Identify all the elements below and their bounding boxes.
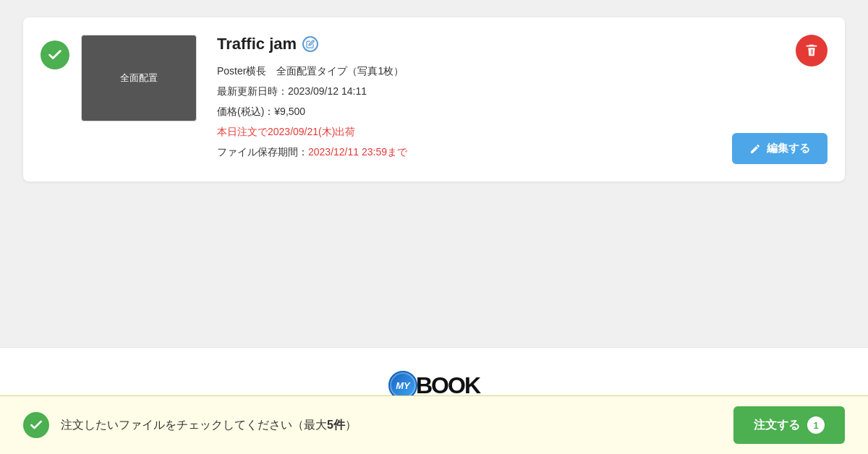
select-checkbox[interactable] <box>41 40 69 69</box>
logo-book: BOOK <box>416 372 480 399</box>
price-row: 価格(税込)：¥9,500 <box>217 101 715 121</box>
card-actions: 編集する <box>732 35 827 164</box>
file-period-value: 2023/12/11 23:59まで <box>308 146 407 158</box>
price-label: 価格(税込)： <box>217 106 274 117</box>
file-period-row: ファイル保存期間：2023/12/11 23:59まで <box>217 142 715 162</box>
product-thumbnail: 全面配置 <box>81 35 197 121</box>
message-prefix: 注文したいファイルをチェックしてください（最大 <box>61 419 327 431</box>
title-row: Traffic jam <box>217 35 715 53</box>
edit-button[interactable]: 編集する <box>732 133 827 164</box>
product-card: 全面配置 Traffic jam Poster横長 全面配置タイプ（写真1枚） … <box>23 17 845 181</box>
updated-value: 2023/09/12 14:11 <box>288 85 367 97</box>
edit-button-label: 編集する <box>767 142 810 155</box>
file-period-label: ファイル保存期間： <box>217 146 308 158</box>
delete-button[interactable] <box>796 35 827 67</box>
message-count: 5件 <box>327 419 345 431</box>
card-meta: Poster横長 全面配置タイプ（写真1枚） 最新更新日時：2023/09/12… <box>217 61 715 162</box>
order-count-badge: 1 <box>807 416 825 434</box>
order-button-label: 注文する <box>754 418 800 433</box>
thumbnail-label: 全面配置 <box>120 72 158 85</box>
bottom-check-icon <box>23 412 49 438</box>
bottom-bar: 注文したいファイルをチェックしてください（最大5件） 注文する 1 <box>0 395 868 454</box>
message-suffix: ） <box>345 419 357 431</box>
updated-label: 最新更新日時： <box>217 85 288 97</box>
title-edit-icon[interactable] <box>302 36 318 52</box>
card-info: Traffic jam Poster横長 全面配置タイプ（写真1枚） 最新更新日… <box>217 35 715 162</box>
shipping-notice: 本日注文で2023/09/21(木)出荷 <box>217 121 715 142</box>
product-type: Poster横長 全面配置タイプ（写真1枚） <box>217 61 715 81</box>
updated-row: 最新更新日時：2023/09/12 14:11 <box>217 81 715 101</box>
price-value: ¥9,500 <box>274 106 305 117</box>
main-content: 全面配置 Traffic jam Poster横長 全面配置タイプ（写真1枚） … <box>0 0 868 347</box>
bottom-message: 注文したいファイルをチェックしてください（最大5件） <box>61 418 722 433</box>
card-title: Traffic jam <box>217 35 297 53</box>
order-button[interactable]: 注文する 1 <box>733 406 845 444</box>
